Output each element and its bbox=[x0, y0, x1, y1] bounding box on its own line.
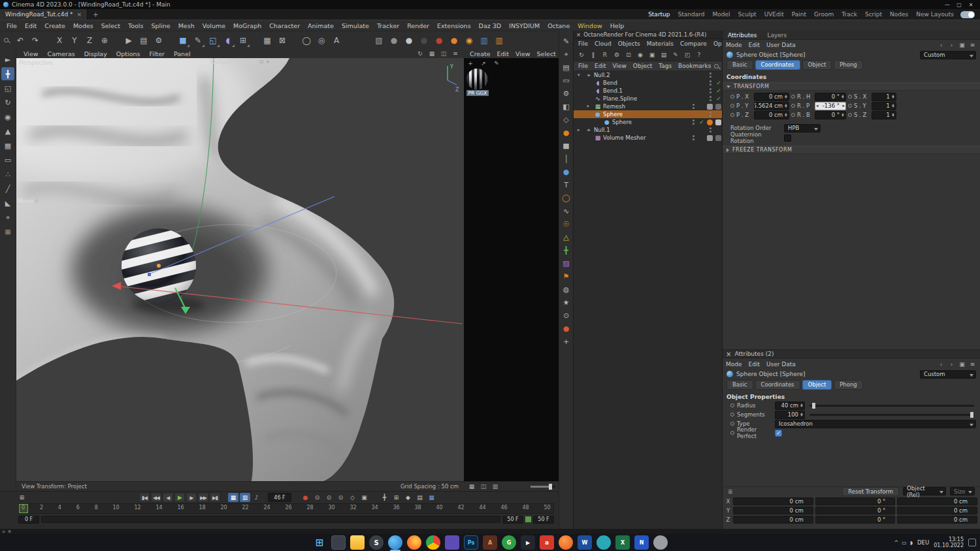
camera-close-icon[interactable]: ✕ bbox=[266, 59, 270, 65]
attributes-menu-item[interactable]: Edit bbox=[745, 42, 763, 48]
radius-field[interactable]: 40 cm bbox=[775, 401, 805, 410]
search-icon[interactable] bbox=[714, 64, 719, 69]
menu-item[interactable]: Character bbox=[265, 22, 304, 30]
octane-menu-item[interactable]: Objects bbox=[615, 40, 644, 47]
range-track[interactable] bbox=[41, 516, 500, 523]
scale-field[interactable]: 1 bbox=[872, 111, 896, 119]
next-key-button[interactable]: ▶▶ bbox=[198, 493, 208, 502]
octane-ball-dark-icon[interactable]: ● bbox=[417, 33, 431, 48]
coord-field[interactable]: 0 cm bbox=[897, 507, 977, 514]
layout-item[interactable]: UVEdit bbox=[760, 11, 788, 18]
object-tag-icon[interactable] bbox=[715, 135, 721, 141]
slider-handle[interactable] bbox=[970, 412, 973, 418]
anim-dot-icon[interactable] bbox=[791, 113, 795, 117]
side-tool-icon[interactable]: + bbox=[561, 336, 572, 347]
anim-dot-icon[interactable] bbox=[730, 95, 734, 99]
menu-item[interactable]: Select bbox=[97, 22, 124, 30]
menu-item[interactable]: Modes bbox=[69, 22, 97, 30]
menu-item[interactable]: File bbox=[3, 22, 21, 30]
layout-item[interactable]: Nodes bbox=[886, 11, 912, 18]
side-tool-icon[interactable]: ◧ bbox=[561, 101, 572, 112]
coord-field[interactable]: 0 cm bbox=[897, 516, 977, 524]
side-tool-icon[interactable]: ▤ bbox=[561, 62, 572, 73]
panel-tab[interactable]: Layers bbox=[762, 31, 792, 39]
panel-pin-icon[interactable]: ▣ bbox=[958, 41, 966, 49]
perspective-label[interactable]: Perspective bbox=[19, 59, 53, 66]
range-start-field[interactable]: 0 F bbox=[18, 516, 39, 524]
undo-icon[interactable]: ↶ bbox=[13, 33, 27, 48]
octane-restart-button[interactable]: R bbox=[600, 50, 610, 60]
autokey-icon[interactable]: ╋ bbox=[380, 493, 389, 502]
tray-volume-icon[interactable]: ◗ bbox=[910, 540, 913, 546]
object-row[interactable]: ▾ ▦ Remesh bbox=[574, 102, 722, 110]
visibility-dots[interactable] bbox=[693, 135, 694, 140]
key-pla-toggle[interactable]: ▣ bbox=[359, 493, 369, 502]
notifications-icon[interactable] bbox=[968, 539, 976, 546]
octane-ball-orange-icon[interactable]: ● bbox=[447, 33, 461, 48]
object-tab[interactable]: Phong bbox=[834, 60, 863, 70]
side-tool-icon[interactable]: ◍ bbox=[561, 284, 572, 295]
octane-window-titlebar[interactable]: × OctaneRender For Cinema 4D 2021.1.6-(R… bbox=[574, 31, 722, 39]
taskbar-app-icon[interactable]: N bbox=[634, 535, 649, 550]
axis-y-lock[interactable]: Y bbox=[67, 33, 82, 48]
search-icon[interactable] bbox=[4, 38, 8, 42]
panel-tab[interactable]: Attributes bbox=[723, 31, 762, 39]
ov-film-icon[interactable]: ▥ bbox=[491, 482, 500, 490]
taskbar-app-icon[interactable]: a bbox=[540, 535, 554, 550]
taskbar-app-icon[interactable]: S bbox=[369, 535, 384, 550]
side-tool-icon[interactable]: ☉ bbox=[561, 219, 572, 230]
object-tag-icon[interactable] bbox=[715, 104, 721, 110]
object-manager-menu-item[interactable]: File bbox=[575, 63, 591, 69]
object-tag-icon[interactable] bbox=[707, 135, 713, 141]
slider-handle[interactable] bbox=[812, 403, 815, 409]
menu-item[interactable]: Simulate bbox=[338, 22, 373, 30]
render-view-button[interactable]: ▶ bbox=[122, 33, 136, 48]
visibility-dots[interactable] bbox=[693, 104, 694, 109]
enabled-check-icon[interactable]: ✓ bbox=[715, 87, 722, 94]
viewport-menu-item[interactable]: Panel bbox=[169, 50, 195, 57]
sound-toggle-icon[interactable]: ♪ bbox=[252, 493, 261, 502]
menu-item[interactable]: Octane bbox=[544, 22, 574, 30]
anim-dot-icon[interactable] bbox=[730, 403, 734, 407]
viewport-menu-item[interactable]: Filter bbox=[144, 50, 169, 57]
object-row[interactable]: ● Sphere bbox=[574, 110, 722, 118]
side-tool-icon[interactable]: ★ bbox=[561, 297, 572, 308]
nav-back-icon[interactable]: ‹ bbox=[937, 41, 945, 49]
attributes-menu-item[interactable]: User Data bbox=[763, 42, 799, 48]
minimize-mode-icon[interactable]: ▦ bbox=[427, 493, 436, 502]
tray-expand-icon[interactable]: ^ bbox=[894, 540, 899, 546]
document-tab[interactable]: WindingRoad_Tut.c4d * × bbox=[0, 9, 88, 20]
simulation-icon[interactable]: ◯ bbox=[299, 33, 314, 48]
live-selection-tool[interactable]: ► bbox=[1, 53, 14, 66]
taskbar-app-icon[interactable]: Ps bbox=[464, 535, 478, 550]
size-dropdown[interactable]: Size bbox=[950, 487, 975, 496]
autokey-region-toggle[interactable]: ▥ bbox=[240, 493, 250, 502]
coord-field[interactable]: 0 cm bbox=[733, 516, 813, 524]
scale-field[interactable]: 1 bbox=[872, 93, 896, 101]
spline-pen-button[interactable]: ✎ bbox=[191, 33, 205, 48]
octane-viewer-menu-item[interactable]: Create bbox=[466, 50, 494, 57]
axis-mode[interactable]: ⌖ bbox=[1, 211, 14, 224]
preset-dropdown[interactable]: Custom bbox=[920, 51, 976, 59]
octane-render-canvas[interactable]: +↗✎ PR GGX bbox=[464, 58, 559, 481]
side-tool-icon[interactable]: ⊙ bbox=[561, 310, 572, 321]
taskbar-app-icon[interactable]: X bbox=[615, 535, 630, 550]
subdivision-surface-button[interactable]: ◱ bbox=[206, 33, 220, 48]
coord-field[interactable]: 0 cm bbox=[897, 497, 977, 505]
octane-menu-item[interactable]: Materials bbox=[644, 40, 677, 47]
side-tool-icon[interactable]: ▨ bbox=[561, 258, 572, 269]
menu-item[interactable]: Spline bbox=[147, 22, 174, 30]
object-row[interactable]: ◖ Bend.1 ✓ bbox=[574, 87, 722, 95]
octane-lock-button[interactable]: ⊡ bbox=[623, 50, 634, 60]
last-tool[interactable]: ◉ bbox=[1, 110, 14, 123]
viewport-panels-icon[interactable]: ◫ bbox=[439, 50, 448, 57]
octane-film-button[interactable]: ▣ bbox=[647, 50, 657, 60]
object-row[interactable]: ▾ ⌖ Null.2 bbox=[574, 71, 722, 79]
octane-refresh-button[interactable]: ↻ bbox=[576, 50, 587, 60]
menu-item[interactable]: Render bbox=[403, 22, 433, 30]
visibility-dots[interactable] bbox=[710, 80, 711, 86]
octane-book-orange-icon[interactable]: ▥ bbox=[492, 33, 506, 48]
material-name[interactable]: PR GGX bbox=[466, 90, 489, 96]
octane-close-icon[interactable]: × bbox=[576, 31, 581, 38]
coord-field[interactable]: 0 ° bbox=[815, 497, 896, 505]
